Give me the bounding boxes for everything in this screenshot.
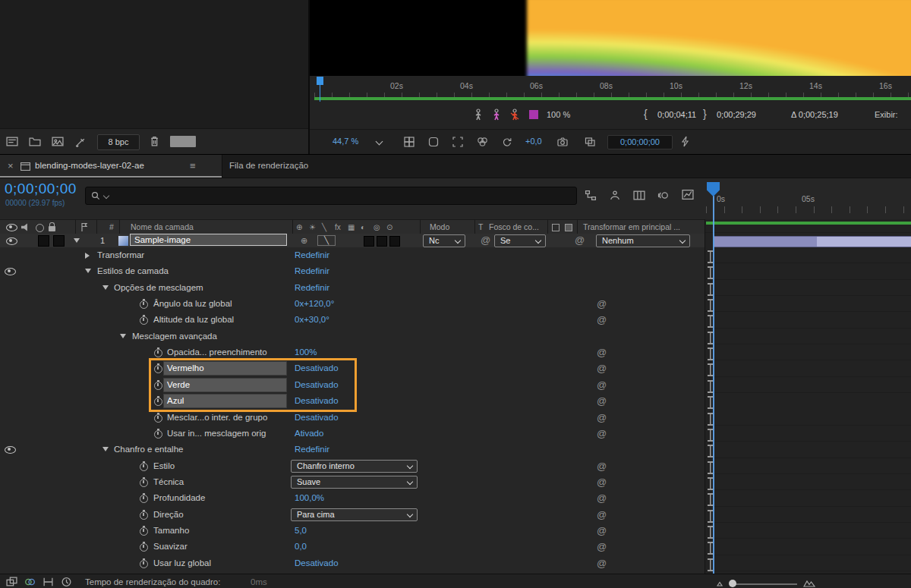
pickwhip-icon[interactable]: @ xyxy=(597,523,607,539)
property-row[interactable]: EstiloChanfro interno@ xyxy=(0,458,911,474)
property-value[interactable]: 0,0 xyxy=(295,539,307,555)
property-row[interactable]: TécnicaSuave@ xyxy=(0,474,911,490)
twirl-down-icon[interactable] xyxy=(102,447,109,451)
property-row[interactable]: Chanfro e entalheRedefinir xyxy=(0,442,911,458)
person-magenta-icon[interactable] xyxy=(492,108,501,121)
stopwatch-icon[interactable] xyxy=(140,316,148,325)
stopwatch-icon[interactable] xyxy=(154,349,162,357)
reset-link[interactable]: Redefinir xyxy=(295,442,329,458)
reset-exposure-icon[interactable] xyxy=(501,137,512,147)
preview-time-field[interactable]: 0;00;00;00 xyxy=(607,135,673,149)
person-red-icon[interactable] xyxy=(510,108,519,121)
stopwatch-icon[interactable] xyxy=(140,560,148,568)
parent-select[interactable]: Nenhum xyxy=(596,234,690,247)
stopwatch-icon[interactable] xyxy=(140,527,148,536)
zoom-chevron-icon[interactable] xyxy=(376,138,383,146)
quality-toggle[interactable]: ╲ xyxy=(317,235,336,246)
zoom-in-mountain-icon[interactable] xyxy=(803,577,815,587)
property-value[interactable]: 100,0% xyxy=(295,490,324,506)
property-value[interactable]: 5,0 xyxy=(295,523,307,539)
layer-visibility-eye[interactable] xyxy=(6,237,17,245)
pickwhip-icon[interactable]: @ xyxy=(597,426,607,442)
property-name[interactable]: Usar in... mesclagem orig xyxy=(167,426,266,442)
property-row[interactable]: Altitude da luz global0x+30,0°@ xyxy=(0,312,911,328)
new-composition-icon[interactable] xyxy=(52,136,64,147)
twirl-down-icon[interactable] xyxy=(120,334,126,338)
mode-select[interactable]: Nc xyxy=(423,234,465,247)
parent-column-label[interactable]: Transformar em principal ... xyxy=(583,220,680,234)
twirl-down-icon[interactable] xyxy=(85,269,91,273)
matte-pickwhip-icon[interactable]: @ xyxy=(481,234,490,247)
stopwatch-icon[interactable] xyxy=(154,414,162,423)
parent-pickwhip-icon[interactable]: @ xyxy=(575,234,585,247)
property-name[interactable]: Técnica xyxy=(153,474,184,490)
expand-transfer-controls-icon[interactable] xyxy=(24,577,36,587)
expand-layer-switches-icon[interactable] xyxy=(6,577,17,587)
property-row[interactable]: Usar luz globalDesativado@ xyxy=(0,555,911,571)
visibility-eye-icon[interactable] xyxy=(5,446,16,454)
property-row[interactable]: Suavizar0,0@ xyxy=(0,539,911,555)
stopwatch-icon[interactable] xyxy=(140,543,148,552)
property-name[interactable]: Usar luz global xyxy=(153,555,211,571)
zoom-level-select[interactable]: 44,7 % xyxy=(333,137,358,146)
layer-twirl-icon[interactable] xyxy=(74,238,80,243)
switch-placeholder[interactable] xyxy=(53,235,65,247)
layer-name-column-label[interactable]: Nome da camada xyxy=(131,220,194,234)
new-folder-icon[interactable] xyxy=(29,136,41,147)
pickwhip-icon[interactable]: @ xyxy=(597,507,607,523)
layer-name[interactable]: Sample-image xyxy=(131,234,286,245)
expand-render-time-pane-icon[interactable] xyxy=(61,577,72,587)
twirl-right-icon[interactable] xyxy=(85,253,90,259)
property-name[interactable]: Mesclar...o inter. de grupo xyxy=(167,410,267,426)
property-row[interactable]: TransformarRedefinir xyxy=(0,247,911,263)
property-name[interactable]: Suavizar xyxy=(153,539,188,555)
pickwhip-icon[interactable]: @ xyxy=(597,490,607,506)
in-point-time[interactable]: 0;00;04;11 xyxy=(657,110,696,119)
index-column-label[interactable]: # xyxy=(109,220,114,234)
matte-select[interactable]: Se xyxy=(494,234,546,247)
shy-toggle-icon[interactable]: ⊕ xyxy=(301,234,307,247)
stopwatch-icon[interactable] xyxy=(154,430,162,439)
property-value[interactable]: Desativado xyxy=(295,555,339,571)
property-row[interactable]: Mesclar...o inter. de grupoDesativado@ xyxy=(0,410,911,426)
tab-render-queue[interactable]: Fila de renderização xyxy=(229,161,308,170)
reset-link[interactable]: Redefinir xyxy=(295,280,329,296)
person-gray-icon[interactable] xyxy=(474,108,483,121)
switch-placeholder[interactable] xyxy=(38,235,49,247)
region-of-interest-icon[interactable] xyxy=(452,137,463,147)
switch-box[interactable] xyxy=(377,236,387,247)
property-row[interactable]: Mesclagem avançada xyxy=(0,329,911,344)
property-value[interactable]: Desativado xyxy=(295,410,339,426)
timeline-ruler-ticks[interactable] xyxy=(706,206,911,213)
property-row[interactable]: Opacida... preenchimento100%@ xyxy=(0,344,911,360)
interpret-footage-icon[interactable] xyxy=(6,136,18,147)
property-row[interactable]: Opções de mesclagemRedefinir xyxy=(0,280,911,296)
twirl-down-icon[interactable] xyxy=(102,285,109,290)
exposure-value[interactable]: +0,0 xyxy=(525,137,542,146)
pickwhip-icon[interactable]: @ xyxy=(597,458,607,474)
property-name[interactable]: Opções de mesclagem xyxy=(114,280,203,296)
pickwhip-icon[interactable]: @ xyxy=(597,393,607,409)
property-row[interactable]: VermelhoDesativado@ xyxy=(0,360,911,376)
property-row[interactable]: VerdeDesativado@ xyxy=(0,377,911,393)
property-value[interactable]: Ativado xyxy=(295,426,323,442)
expand-inout-panes-icon[interactable] xyxy=(43,577,54,587)
property-row[interactable]: Ângulo da luz global0x+120,0°@ xyxy=(0,296,911,312)
t-column-label[interactable]: T xyxy=(478,220,483,234)
in-point-button[interactable]: { xyxy=(644,108,648,120)
color-depth-button[interactable]: 8 bpc xyxy=(97,134,140,150)
delete-icon[interactable] xyxy=(149,135,160,147)
mask-visibility-icon[interactable] xyxy=(428,137,439,147)
out-point-time[interactable]: 0;00;29;29 xyxy=(717,110,756,119)
zoom-out-mountain-icon[interactable] xyxy=(717,579,724,586)
property-name[interactable]: Altitude da luz global xyxy=(153,312,234,328)
stopwatch-icon[interactable] xyxy=(140,511,148,520)
property-value[interactable]: 0x+30,0° xyxy=(295,312,329,328)
switch-box[interactable] xyxy=(389,236,400,247)
stopwatch-icon[interactable] xyxy=(140,495,148,503)
pickwhip-icon[interactable]: @ xyxy=(597,539,607,555)
viewer-time-ruler[interactable]: 02s04s06s08s10s12s14s16s xyxy=(310,76,911,102)
property-row[interactable]: Estilos de camadaRedefinir xyxy=(0,263,911,279)
pickwhip-icon[interactable]: @ xyxy=(597,377,607,393)
mode-column-label[interactable]: Modo xyxy=(430,220,449,234)
